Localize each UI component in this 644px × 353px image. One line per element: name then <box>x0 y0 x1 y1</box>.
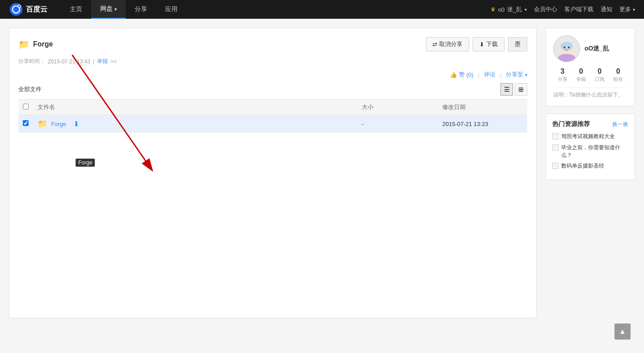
user-stats: 3 分享 0 专辑 0 订阅 0 粉丝 <box>553 67 627 83</box>
topnav-right: ♛ o0 迷_乱 ▾ 会员中心 客户端下载 通知 更多 ▾ <box>491 5 635 13</box>
interact-bar: 👍 赞 (0) | 评论 | 分享至 ▾ <box>18 71 527 79</box>
avatar <box>553 35 580 62</box>
hot-item-label-0: 驾照考试视频教程大全 <box>561 133 615 140</box>
comment-link[interactable]: 评论 <box>484 71 496 79</box>
more-action-button[interactable]: 墨 <box>508 37 527 51</box>
row-checkbox[interactable] <box>23 120 29 126</box>
separator: | <box>478 71 479 78</box>
svg-point-2 <box>18 5 21 8</box>
nav-home[interactable]: 主页 <box>61 0 91 19</box>
hot-item-1[interactable]: 毕业之前，你需要知道什么？ <box>552 144 628 159</box>
refresh-hot-link[interactable]: 换一换 <box>612 121 628 128</box>
fans-count: 0 <box>613 67 623 76</box>
user-desc: 说明：Ta很懒什么也没留下。 <box>553 87 627 99</box>
sidebar: oO迷_乱 3 分享 0 专辑 0 订阅 0 粉丝 <box>546 28 635 318</box>
stat-fans: 0 粉丝 <box>613 67 623 83</box>
logo-icon <box>9 2 23 17</box>
user-info: oO迷_乱 <box>585 45 609 53</box>
hot-item-icon-0 <box>552 133 559 139</box>
download-button[interactable]: ⬇ 下载 <box>473 37 504 51</box>
share-time-label: 分享时间： <box>18 58 45 65</box>
hot-item-label-1: 毕业之前，你需要知道什么？ <box>561 144 628 159</box>
share-time: 2015-07-21 13:43 <box>48 59 90 65</box>
member-center-link[interactable]: 会员中心 <box>534 5 557 13</box>
download-client-link[interactable]: 客户端下载 <box>564 5 593 13</box>
hot-resources-label: 热门资源推荐 <box>552 120 590 128</box>
hot-resources-title: 热门资源推荐 换一换 <box>552 120 628 128</box>
content-area: 📁 Forge ⇄ 取消分享 ⬇ 下载 墨 分享时间： 2015-07-21 <box>9 28 537 318</box>
cancel-share-button[interactable]: ⇄ 取消分享 <box>426 37 469 51</box>
stat-subscribe: 0 订阅 <box>595 67 605 83</box>
col-filename-header: 文件名 <box>33 100 357 115</box>
report-link[interactable]: 举报 <box>97 58 108 65</box>
logo-text: 百度云 <box>26 5 47 14</box>
subscribe-label: 订阅 <box>595 76 605 82</box>
row-folder-icon: 📁 <box>38 119 47 129</box>
user-card: oO迷_乱 3 分享 0 专辑 0 订阅 0 粉丝 <box>546 28 635 106</box>
col-checkbox-header <box>18 100 33 115</box>
folder-name: Forge <box>33 40 53 48</box>
select-all-checkbox[interactable] <box>23 104 29 109</box>
share-meta: 分享时间： 2015-07-21 13:43 | 举报 >> <box>18 58 527 65</box>
all-files-label: 全部文件 <box>18 85 42 93</box>
table-header-row: 文件名 大小 修改日期 <box>18 100 527 115</box>
download-row-icon[interactable]: ⬇ <box>73 120 79 128</box>
share-to-link[interactable]: 分享至 ▾ <box>506 71 527 79</box>
stat-share: 3 分享 <box>558 67 568 83</box>
notification-link[interactable]: 通知 <box>601 5 612 13</box>
download-icon: ⬇ <box>479 41 484 48</box>
row-date-cell: 2015-07-21 13:23 <box>438 115 527 133</box>
album-count: 0 <box>576 67 586 76</box>
share-label: 分享 <box>558 76 568 82</box>
logo[interactable]: 百度云 <box>9 2 47 17</box>
subscribe-count: 0 <box>595 67 605 76</box>
row-size-cell: - <box>357 115 438 133</box>
like-button[interactable]: 👍 赞 (0) <box>450 71 474 79</box>
col-size-header: 大小 <box>357 100 438 115</box>
username-nav: 迷_乱 <box>507 5 522 13</box>
svg-point-11 <box>564 46 565 48</box>
col-date-header: 修改日期 <box>438 100 527 115</box>
row-filename-link[interactable]: Forge <box>51 121 66 127</box>
grid-view-button[interactable]: ⊞ <box>515 83 527 96</box>
share-chevron-icon: ▾ <box>525 72 527 77</box>
nav-netdisk[interactable]: 网盘 ▾ <box>91 0 126 19</box>
hot-item-0[interactable]: 驾照考试视频教程大全 <box>552 133 628 140</box>
table-row: 📁 Forge ⬇ - 2015-07-21 13:23 <box>18 115 527 133</box>
hot-item-label-2: 数码单反摄影圣经 <box>561 162 604 170</box>
like-count: (0) <box>466 71 474 78</box>
user-name: oO迷_乱 <box>585 45 609 53</box>
file-table: 文件名 大小 修改日期 📁 Forge ⬇ <box>18 99 527 133</box>
nav-apps[interactable]: 应用 <box>156 0 186 19</box>
list-view-button[interactable]: ☰ <box>500 83 513 96</box>
more-link[interactable]: 更多 ▾ <box>619 5 635 13</box>
like-label: 赞 <box>459 71 465 79</box>
folder-header: 📁 Forge ⇄ 取消分享 ⬇ 下载 墨 <box>18 37 527 51</box>
user-area[interactable]: ♛ o0 迷_乱 ▾ <box>491 5 527 13</box>
hot-item-2[interactable]: 数码单反摄影圣经 <box>552 162 628 170</box>
stat-album: 0 专辑 <box>576 67 586 83</box>
folder-tooltip: Forge <box>76 159 95 167</box>
folder-title: 📁 Forge <box>18 39 53 50</box>
svg-point-10 <box>560 42 572 50</box>
scroll-top-button[interactable]: ▲ <box>614 324 631 327</box>
hot-resources: 热门资源推荐 换一换 驾照考试视频教程大全 毕业之前，你需要知道什么？ 数码单反… <box>546 113 635 180</box>
topnav: 百度云 主页 网盘 ▾ 分享 应用 ♛ o0 迷_乱 ▾ 会员中心 客户端下载 … <box>0 0 644 19</box>
nav-share[interactable]: 分享 <box>126 0 156 19</box>
user-level: o0 <box>498 6 504 13</box>
row-name-cell: 📁 Forge ⬇ <box>33 115 357 133</box>
nav-links: 主页 网盘 ▾ 分享 应用 <box>61 0 491 19</box>
report-arrow: >> <box>110 59 117 65</box>
thumbs-up-icon: 👍 <box>450 71 457 78</box>
share-count: 3 <box>558 67 568 76</box>
fans-label: 粉丝 <box>613 76 623 82</box>
svg-point-12 <box>568 46 570 48</box>
crown-icon: ♛ <box>491 6 496 13</box>
user-chevron-icon: ▾ <box>525 7 527 12</box>
folder-icon: 📁 <box>18 39 30 50</box>
user-card-top: oO迷_乱 <box>553 35 627 62</box>
share-icon: ⇄ <box>432 41 437 48</box>
more-chevron-icon: ▾ <box>633 7 635 12</box>
main-wrapper: 📁 Forge ⇄ 取消分享 ⬇ 下载 墨 分享时间： 2015-07-21 <box>0 19 644 327</box>
album-label: 专辑 <box>576 76 586 82</box>
